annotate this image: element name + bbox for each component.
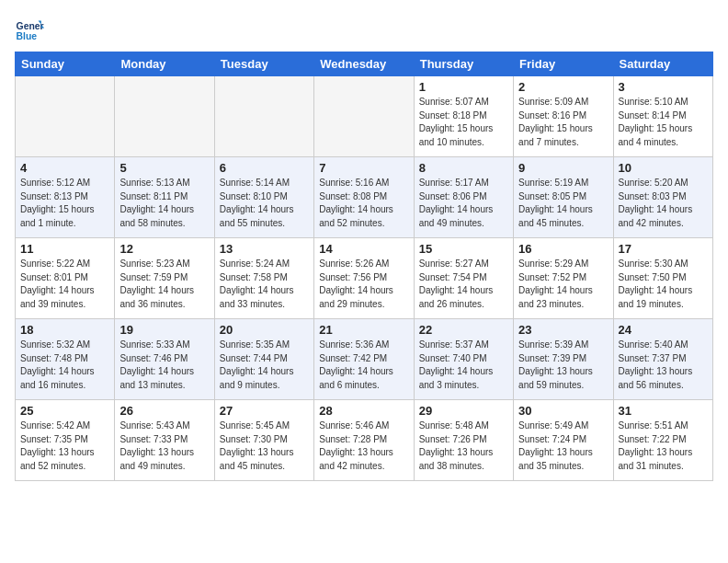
day-info: Sunrise: 5:10 AMSunset: 8:14 PMDaylight:… xyxy=(619,96,708,149)
day-number: 20 xyxy=(220,323,309,337)
calendar-day: 6Sunrise: 5:14 AMSunset: 8:10 PMDaylight… xyxy=(214,157,313,238)
calendar-week-5: 25Sunrise: 5:42 AMSunset: 7:35 PMDayligh… xyxy=(16,400,713,481)
calendar-header-wednesday: Wednesday xyxy=(314,52,414,76)
day-number: 1 xyxy=(419,80,508,94)
day-number: 7 xyxy=(319,161,408,175)
calendar-day: 19Sunrise: 5:33 AMSunset: 7:46 PMDayligh… xyxy=(115,319,214,400)
calendar-day: 25Sunrise: 5:42 AMSunset: 7:35 PMDayligh… xyxy=(16,400,115,481)
day-info: Sunrise: 5:12 AMSunset: 8:13 PMDaylight:… xyxy=(20,177,109,230)
day-info: Sunrise: 5:36 AMSunset: 7:42 PMDaylight:… xyxy=(319,339,408,392)
day-number: 11 xyxy=(20,242,109,256)
calendar-day: 2Sunrise: 5:09 AMSunset: 8:16 PMDaylight… xyxy=(514,76,613,157)
day-info: Sunrise: 5:26 AMSunset: 7:56 PMDaylight:… xyxy=(319,258,408,311)
calendar-header-monday: Monday xyxy=(115,52,214,76)
calendar-header-saturday: Saturday xyxy=(613,52,712,76)
day-info: Sunrise: 5:51 AMSunset: 7:22 PMDaylight:… xyxy=(619,419,708,473)
calendar-day xyxy=(16,76,115,157)
calendar-day: 21Sunrise: 5:36 AMSunset: 7:42 PMDayligh… xyxy=(314,319,414,400)
calendar-week-2: 4Sunrise: 5:12 AMSunset: 8:13 PMDaylight… xyxy=(16,157,713,238)
calendar-week-4: 18Sunrise: 5:32 AMSunset: 7:48 PMDayligh… xyxy=(16,319,713,400)
day-number: 3 xyxy=(619,80,708,94)
day-number: 28 xyxy=(319,404,408,418)
calendar-header-row: SundayMondayTuesdayWednesdayThursdayFrid… xyxy=(16,52,713,76)
day-info: Sunrise: 5:29 AMSunset: 7:52 PMDaylight:… xyxy=(518,258,608,311)
calendar-day: 3Sunrise: 5:10 AMSunset: 8:14 PMDaylight… xyxy=(613,76,712,157)
calendar-header-sunday: Sunday xyxy=(16,52,115,76)
day-number: 10 xyxy=(619,161,708,175)
calendar-header-tuesday: Tuesday xyxy=(214,52,313,76)
calendar-day: 17Sunrise: 5:30 AMSunset: 7:50 PMDayligh… xyxy=(613,238,712,319)
day-number: 31 xyxy=(619,404,708,418)
calendar-day: 16Sunrise: 5:29 AMSunset: 7:52 PMDayligh… xyxy=(514,238,613,319)
calendar-day: 7Sunrise: 5:16 AMSunset: 8:08 PMDaylight… xyxy=(314,157,414,238)
calendar-day: 8Sunrise: 5:17 AMSunset: 8:06 PMDaylight… xyxy=(414,157,513,238)
day-number: 5 xyxy=(119,161,209,175)
calendar-day xyxy=(314,76,414,157)
day-number: 18 xyxy=(20,323,109,337)
calendar-day xyxy=(115,76,214,157)
calendar-table: SundayMondayTuesdayWednesdayThursdayFrid… xyxy=(15,52,713,481)
day-info: Sunrise: 5:22 AMSunset: 8:01 PMDaylight:… xyxy=(20,258,109,311)
calendar-day: 14Sunrise: 5:26 AMSunset: 7:56 PMDayligh… xyxy=(314,238,414,319)
calendar-header-friday: Friday xyxy=(514,52,613,76)
day-info: Sunrise: 5:30 AMSunset: 7:50 PMDaylight:… xyxy=(619,258,708,311)
day-number: 27 xyxy=(220,404,309,418)
day-number: 9 xyxy=(518,161,608,175)
day-info: Sunrise: 5:20 AMSunset: 8:03 PMDaylight:… xyxy=(619,177,708,230)
logo-icon: General Blue xyxy=(15,15,44,44)
calendar-day: 27Sunrise: 5:45 AMSunset: 7:30 PMDayligh… xyxy=(214,400,313,481)
day-info: Sunrise: 5:33 AMSunset: 7:46 PMDaylight:… xyxy=(119,339,209,392)
day-number: 24 xyxy=(619,323,708,337)
calendar-day: 15Sunrise: 5:27 AMSunset: 7:54 PMDayligh… xyxy=(414,238,513,319)
calendar-day: 13Sunrise: 5:24 AMSunset: 7:58 PMDayligh… xyxy=(214,238,313,319)
day-info: Sunrise: 5:27 AMSunset: 7:54 PMDaylight:… xyxy=(419,258,508,311)
day-info: Sunrise: 5:35 AMSunset: 7:44 PMDaylight:… xyxy=(220,339,309,392)
day-number: 14 xyxy=(319,242,408,256)
day-number: 25 xyxy=(20,404,109,418)
day-number: 16 xyxy=(518,242,608,256)
day-info: Sunrise: 5:24 AMSunset: 7:58 PMDaylight:… xyxy=(220,258,309,311)
calendar-day: 10Sunrise: 5:20 AMSunset: 8:03 PMDayligh… xyxy=(613,157,712,238)
day-info: Sunrise: 5:13 AMSunset: 8:11 PMDaylight:… xyxy=(119,177,209,230)
calendar-week-1: 1Sunrise: 5:07 AMSunset: 8:18 PMDaylight… xyxy=(16,76,713,157)
day-info: Sunrise: 5:37 AMSunset: 7:40 PMDaylight:… xyxy=(419,339,508,392)
calendar-day: 31Sunrise: 5:51 AMSunset: 7:22 PMDayligh… xyxy=(613,400,712,481)
day-number: 4 xyxy=(20,161,109,175)
calendar-week-3: 11Sunrise: 5:22 AMSunset: 8:01 PMDayligh… xyxy=(16,238,713,319)
day-number: 12 xyxy=(119,242,209,256)
calendar-day: 29Sunrise: 5:48 AMSunset: 7:26 PMDayligh… xyxy=(414,400,513,481)
day-info: Sunrise: 5:19 AMSunset: 8:05 PMDaylight:… xyxy=(518,177,608,230)
calendar-day: 5Sunrise: 5:13 AMSunset: 8:11 PMDaylight… xyxy=(115,157,214,238)
day-info: Sunrise: 5:43 AMSunset: 7:33 PMDaylight:… xyxy=(119,419,209,473)
calendar-day: 12Sunrise: 5:23 AMSunset: 7:59 PMDayligh… xyxy=(115,238,214,319)
day-info: Sunrise: 5:16 AMSunset: 8:08 PMDaylight:… xyxy=(319,177,408,230)
day-number: 22 xyxy=(419,323,508,337)
calendar-day: 20Sunrise: 5:35 AMSunset: 7:44 PMDayligh… xyxy=(214,319,313,400)
day-info: Sunrise: 5:07 AMSunset: 8:18 PMDaylight:… xyxy=(419,96,508,149)
day-info: Sunrise: 5:45 AMSunset: 7:30 PMDaylight:… xyxy=(220,419,309,473)
day-number: 6 xyxy=(220,161,309,175)
day-info: Sunrise: 5:32 AMSunset: 7:48 PMDaylight:… xyxy=(20,339,109,392)
day-info: Sunrise: 5:42 AMSunset: 7:35 PMDaylight:… xyxy=(20,419,109,473)
logo: General Blue xyxy=(15,15,48,44)
calendar-day: 30Sunrise: 5:49 AMSunset: 7:24 PMDayligh… xyxy=(514,400,613,481)
calendar-header-thursday: Thursday xyxy=(414,52,513,76)
day-info: Sunrise: 5:09 AMSunset: 8:16 PMDaylight:… xyxy=(518,96,608,149)
day-number: 19 xyxy=(119,323,209,337)
calendar-day: 11Sunrise: 5:22 AMSunset: 8:01 PMDayligh… xyxy=(16,238,115,319)
calendar-day: 22Sunrise: 5:37 AMSunset: 7:40 PMDayligh… xyxy=(414,319,513,400)
calendar-day: 18Sunrise: 5:32 AMSunset: 7:48 PMDayligh… xyxy=(16,319,115,400)
day-number: 23 xyxy=(518,323,608,337)
day-info: Sunrise: 5:46 AMSunset: 7:28 PMDaylight:… xyxy=(319,419,408,473)
day-info: Sunrise: 5:40 AMSunset: 7:37 PMDaylight:… xyxy=(619,339,708,392)
day-number: 8 xyxy=(419,161,508,175)
day-number: 26 xyxy=(119,404,209,418)
calendar-day: 1Sunrise: 5:07 AMSunset: 8:18 PMDaylight… xyxy=(414,76,513,157)
svg-text:Blue: Blue xyxy=(17,31,38,41)
calendar-day: 23Sunrise: 5:39 AMSunset: 7:39 PMDayligh… xyxy=(514,319,613,400)
calendar-day xyxy=(214,76,313,157)
day-info: Sunrise: 5:48 AMSunset: 7:26 PMDaylight:… xyxy=(419,419,508,473)
calendar-day: 28Sunrise: 5:46 AMSunset: 7:28 PMDayligh… xyxy=(314,400,414,481)
calendar-day: 24Sunrise: 5:40 AMSunset: 7:37 PMDayligh… xyxy=(613,319,712,400)
day-number: 29 xyxy=(419,404,508,418)
